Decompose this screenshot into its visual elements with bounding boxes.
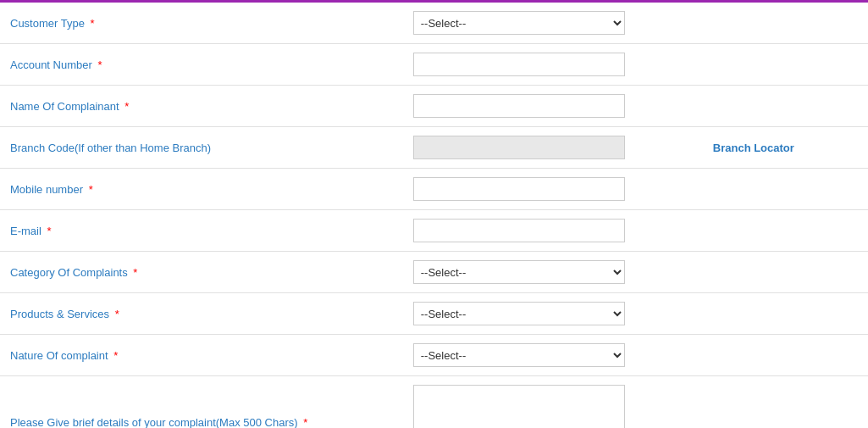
name-complainant-label: Name Of Complainant * (0, 86, 403, 127)
complaint-form: Customer Type * --Select-- Account Numbe… (0, 3, 868, 428)
customer-type-select[interactable]: --Select-- (413, 11, 625, 35)
category-complaints-label: Category Of Complaints * (0, 252, 403, 293)
branch-code-label: Branch Code(If other than Home Branch) (0, 127, 403, 169)
account-number-input[interactable] (413, 53, 625, 76)
name-complainant-input[interactable] (413, 94, 625, 118)
brief-details-label: Please Give brief details of your compla… (0, 376, 403, 429)
nature-complaint-select[interactable]: --Select-- (413, 343, 625, 367)
email-label: E-mail * (0, 210, 403, 252)
account-number-label: Account Number * (0, 44, 403, 86)
mobile-number-input[interactable] (413, 177, 625, 201)
products-services-select[interactable]: --Select-- (413, 302, 625, 325)
category-complaints-select[interactable]: --Select-- (413, 260, 625, 284)
email-input[interactable] (413, 219, 625, 242)
brief-details-textarea[interactable] (413, 385, 625, 428)
mobile-number-label: Mobile number * (0, 169, 403, 210)
products-services-label: Products & Services * (0, 293, 403, 335)
nature-complaint-label: Nature Of complaint * (0, 335, 403, 376)
branch-locator-link[interactable]: Branch Locator (713, 142, 794, 154)
branch-code-input[interactable] (413, 136, 625, 159)
customer-type-label: Customer Type * (0, 3, 403, 44)
